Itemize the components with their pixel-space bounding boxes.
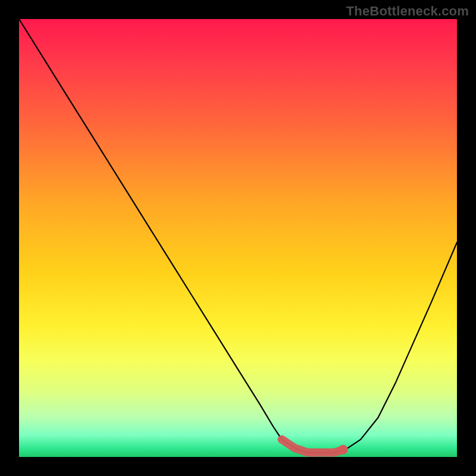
optimal-marker-dot — [339, 445, 348, 455]
curve-layer — [19, 19, 457, 457]
plot-area — [19, 19, 457, 457]
optimal-range-highlight — [282, 440, 343, 453]
chart-frame: TheBottleneck.com — [0, 0, 476, 476]
watermark-text: TheBottleneck.com — [346, 4, 469, 19]
bottleneck-curve — [19, 19, 457, 453]
